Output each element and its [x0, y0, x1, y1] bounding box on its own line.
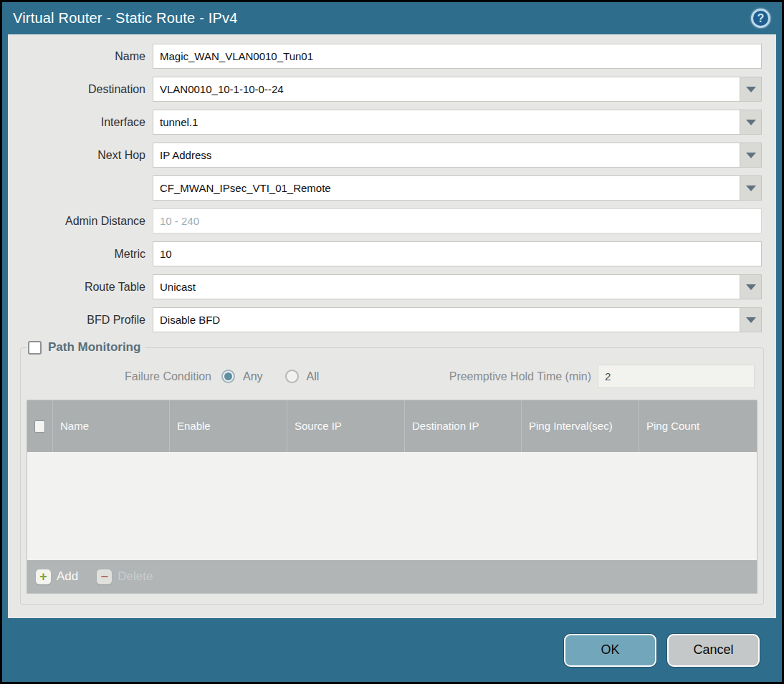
next-hop-address-value: CF_MWAN_IPsec_VTI_01_Remote — [153, 182, 740, 194]
dialog-titlebar: Virtual Router - Static Route - IPv4 ? — [2, 2, 782, 34]
destination-row: Destination VLAN0010_10-1-10-0--24 — [8, 77, 776, 102]
metric-field-wrap — [153, 241, 762, 266]
failure-condition-any-label: Any — [243, 370, 263, 383]
dialog-button-bar: OK Cancel — [2, 618, 782, 682]
add-button-label: Add — [57, 569, 78, 584]
next-hop-dropdown[interactable]: IP Address — [153, 143, 762, 168]
destination-label: Destination — [8, 83, 145, 96]
route-table-dropdown-button[interactable] — [740, 275, 761, 299]
chevron-down-icon — [746, 284, 756, 290]
bfd-profile-row: BFD Profile Disable BFD — [8, 307, 776, 332]
column-header-ping-count[interactable]: Ping Count — [639, 400, 757, 452]
interface-value: tunnel.1 — [153, 116, 740, 128]
route-table-label: Route Table — [8, 281, 145, 294]
route-table-value: Unicast — [153, 281, 740, 293]
route-table-row: Route Table Unicast — [8, 274, 776, 299]
interface-row: Interface tunnel.1 — [8, 110, 776, 135]
interface-dropdown-button[interactable] — [740, 110, 761, 134]
admin-distance-input[interactable] — [153, 209, 761, 233]
admin-distance-field-wrap — [153, 208, 762, 233]
bfd-profile-dropdown-button[interactable] — [740, 308, 761, 332]
name-input[interactable] — [153, 44, 761, 68]
bfd-profile-label: BFD Profile — [8, 314, 145, 327]
name-field-wrap — [153, 44, 762, 69]
path-monitoring-checkbox[interactable] — [28, 341, 42, 355]
ok-button[interactable]: OK — [564, 634, 656, 667]
preemptive-hold-time-label: Preemptive Hold Time (min) — [449, 370, 591, 383]
select-all-checkbox[interactable] — [34, 420, 45, 433]
admin-distance-row: Admin Distance — [8, 208, 776, 233]
delete-button-label: Delete — [118, 569, 153, 584]
bfd-profile-value: Disable BFD — [153, 314, 740, 326]
chevron-down-icon — [746, 186, 756, 191]
column-header-enable[interactable]: Enable — [170, 400, 287, 452]
cancel-button[interactable]: Cancel — [667, 634, 760, 667]
next-hop-address-dropdown-button[interactable] — [740, 176, 761, 200]
chevron-down-icon — [746, 87, 756, 92]
failure-condition-all-label: All — [307, 370, 320, 383]
minus-icon: − — [97, 569, 112, 584]
failure-condition-any-radio[interactable] — [221, 370, 235, 383]
dialog-title: Virtual Router - Static Route - IPv4 — [13, 10, 751, 27]
path-monitoring-legend: Path Monitoring — [27, 340, 145, 355]
next-hop-address-row: CF_MWAN_IPsec_VTI_01_Remote — [8, 175, 776, 201]
column-header-ping-interval[interactable]: Ping Interval(sec) — [522, 400, 639, 452]
failure-condition-row: Failure Condition Any All Preemptive Hol… — [27, 355, 757, 400]
column-header-source-ip[interactable]: Source IP — [287, 400, 405, 452]
interface-label: Interface — [8, 116, 145, 129]
name-label: Name — [8, 50, 145, 63]
preemptive-hold-time-field-wrap — [598, 365, 755, 388]
next-hop-value: IP Address — [153, 149, 740, 161]
metric-row: Metric — [8, 241, 776, 266]
header-checkbox-cell — [27, 400, 53, 452]
dialog-window: Virtual Router - Static Route - IPv4 ? N… — [2, 2, 782, 682]
bfd-profile-dropdown[interactable]: Disable BFD — [153, 307, 762, 332]
table-footer-bar: + Add − Delete — [27, 560, 757, 593]
destination-dropdown[interactable]: VLAN0010_10-1-10-0--24 — [153, 77, 762, 102]
help-icon[interactable]: ? — [751, 9, 770, 28]
next-hop-row: Next Hop IP Address — [8, 143, 776, 168]
table-header-row: Name Enable Source IP Destination IP Pin… — [27, 400, 757, 452]
path-monitoring-section: Path Monitoring Failure Condition Any Al… — [20, 340, 764, 605]
add-button[interactable]: + Add — [36, 569, 78, 584]
delete-button[interactable]: − Delete — [97, 569, 153, 584]
plus-icon: + — [36, 569, 51, 584]
destination-value: VLAN0010_10-1-10-0--24 — [153, 83, 740, 95]
preemptive-hold-time-input[interactable] — [598, 365, 754, 387]
chevron-down-icon — [746, 317, 756, 323]
column-header-name[interactable]: Name — [53, 400, 170, 452]
path-monitoring-table: Name Enable Source IP Destination IP Pin… — [27, 400, 757, 594]
chevron-down-icon — [746, 153, 756, 158]
admin-distance-label: Admin Distance — [8, 215, 145, 228]
next-hop-address-dropdown[interactable]: CF_MWAN_IPsec_VTI_01_Remote — [153, 175, 762, 201]
failure-condition-label: Failure Condition — [27, 370, 211, 383]
next-hop-label: Next Hop — [8, 149, 145, 162]
metric-label: Metric — [8, 248, 145, 261]
dialog-content: Name Destination VLAN0010_10-1-10-0--24 … — [8, 34, 776, 618]
path-monitoring-title: Path Monitoring — [48, 340, 140, 355]
destination-dropdown-button[interactable] — [740, 77, 761, 101]
table-body-empty — [27, 452, 757, 560]
column-header-destination-ip[interactable]: Destination IP — [405, 400, 522, 452]
name-row: Name — [8, 44, 776, 69]
route-table-dropdown[interactable]: Unicast — [153, 274, 762, 299]
interface-dropdown[interactable]: tunnel.1 — [153, 110, 762, 135]
metric-input[interactable] — [153, 242, 761, 266]
chevron-down-icon — [746, 120, 756, 125]
next-hop-dropdown-button[interactable] — [740, 143, 761, 167]
failure-condition-all-radio[interactable] — [285, 370, 299, 383]
